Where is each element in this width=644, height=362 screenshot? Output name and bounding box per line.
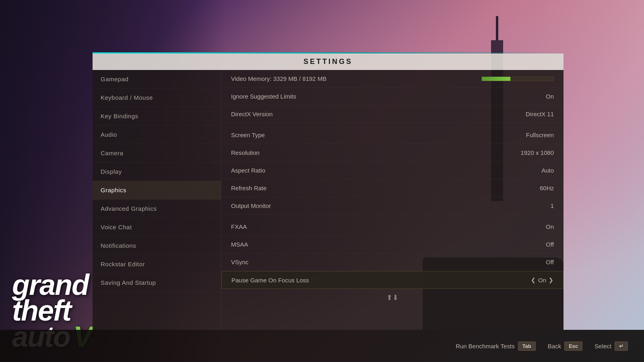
scroll-arrows-icon: ⬆⬇ — [386, 293, 398, 302]
row-pause-game[interactable]: Pause Game On Focus Loss ❮ On ❯ — [221, 271, 564, 289]
sidebar-item-saving-startup[interactable]: Saving And Startup — [93, 274, 221, 292]
gta-line1: grand — [12, 272, 92, 298]
scroll-indicator[interactable]: ⬆⬇ — [221, 289, 564, 306]
settings-panel: SETTINGS Gamepad Keyboard / Mouse Key Bi… — [93, 52, 564, 330]
sidebar-item-display[interactable]: Display — [93, 162, 221, 181]
pause-value: On — [538, 277, 546, 284]
settings-body: Gamepad Keyboard / Mouse Key Bindings Au… — [93, 70, 564, 330]
back-label: Back — [548, 343, 561, 350]
sidebar-item-gamepad[interactable]: Gamepad — [93, 70, 221, 88]
row-resolution[interactable]: Resolution 1920 x 1080 — [221, 144, 564, 162]
row-msaa[interactable]: MSAA Off — [221, 236, 564, 253]
back-key: Esc — [564, 341, 582, 351]
pause-value-arrows: ❮ On ❯ — [531, 277, 553, 284]
memory-bar-fill — [482, 77, 510, 81]
gta-line2: theft — [12, 298, 92, 324]
sidebar-item-graphics[interactable]: Graphics — [93, 181, 221, 200]
bottom-bar: Run Benchmark Tests Tab Back Esc Select … — [0, 330, 644, 362]
sidebar: Gamepad Keyboard / Mouse Key Bindings Au… — [93, 70, 221, 330]
row-vsync[interactable]: VSync Off — [221, 253, 564, 271]
select-key: ↵ — [615, 341, 628, 351]
settings-title: SETTINGS — [303, 58, 353, 66]
action-run-benchmark[interactable]: Run Benchmark Tests Tab — [456, 341, 536, 351]
select-label: Select — [594, 343, 611, 350]
sidebar-item-key-bindings[interactable]: Key Bindings — [93, 107, 221, 125]
content-area: Video Memory: 3329 MB / 8192 MB Ignore S… — [221, 70, 564, 330]
pause-right-arrow[interactable]: ❯ — [549, 277, 553, 283]
memory-row: Video Memory: 3329 MB / 8192 MB — [221, 70, 564, 88]
memory-label: Video Memory: 3329 MB / 8192 MB — [231, 75, 326, 82]
row-directx-version[interactable]: DirectX Version DirectX 11 — [221, 105, 564, 123]
row-aspect-ratio[interactable]: Aspect Ratio Auto — [221, 162, 564, 179]
memory-bar-container — [481, 76, 554, 81]
row-output-monitor[interactable]: Output Monitor 1 — [221, 197, 564, 215]
settings-header: SETTINGS — [93, 53, 564, 70]
sidebar-item-camera[interactable]: Camera — [93, 144, 221, 162]
run-benchmark-label: Run Benchmark Tests — [456, 343, 514, 350]
sidebar-item-advanced-graphics[interactable]: Advanced Graphics — [93, 200, 221, 218]
sidebar-item-audio[interactable]: Audio — [93, 125, 221, 144]
row-fxaa[interactable]: FXAA On — [221, 218, 564, 236]
row-screen-type[interactable]: Screen Type Fullscreen — [221, 126, 564, 144]
sidebar-item-keyboard-mouse[interactable]: Keyboard / Mouse — [93, 88, 221, 107]
sidebar-item-notifications[interactable]: Notifications — [93, 237, 221, 255]
action-select[interactable]: Select ↵ — [594, 341, 628, 351]
sidebar-item-rockstar-editor[interactable]: Rockstar Editor — [93, 255, 221, 274]
action-back[interactable]: Back Esc — [548, 341, 583, 351]
pause-left-arrow[interactable]: ❮ — [531, 277, 536, 283]
row-ignore-suggested-limits[interactable]: Ignore Suggested Limits On — [221, 88, 564, 105]
row-refresh-rate[interactable]: Refresh Rate 60Hz — [221, 179, 564, 197]
run-benchmark-key: Tab — [518, 341, 536, 351]
sidebar-item-voice-chat[interactable]: Voice Chat — [93, 218, 221, 237]
